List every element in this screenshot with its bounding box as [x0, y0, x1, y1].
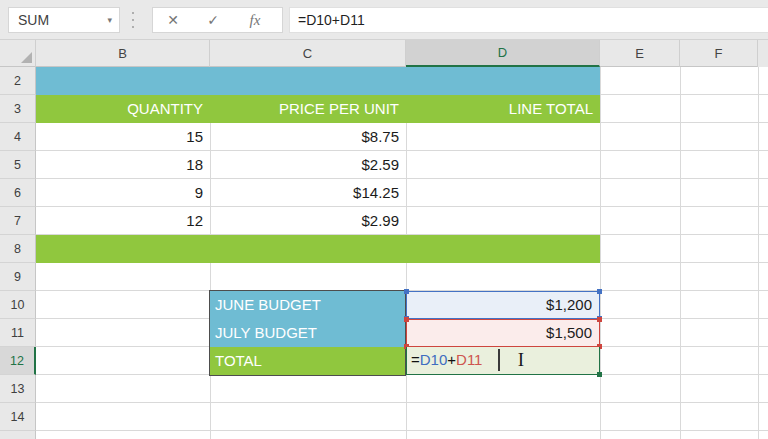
- formula-bar-separator-icon: [129, 9, 137, 31]
- row-header-14[interactable]: 14: [0, 403, 36, 431]
- enter-icon[interactable]: ✓: [193, 12, 233, 28]
- gridline: [36, 430, 768, 431]
- column-headers: B C D E F: [0, 40, 768, 67]
- cell-banner-row8[interactable]: [36, 235, 600, 263]
- formula-input[interactable]: =D10+D11: [289, 7, 768, 33]
- cell-c12-total-label[interactable]: TOTAL: [210, 347, 406, 375]
- select-all-button[interactable]: [0, 40, 36, 67]
- fill-handle-icon[interactable]: [597, 372, 602, 377]
- row-header-5[interactable]: 5: [0, 151, 36, 179]
- range-handle-icon: [597, 317, 602, 322]
- column-header-e[interactable]: E: [600, 40, 680, 67]
- row-header-7[interactable]: 7: [0, 207, 36, 235]
- cell-c10-june-budget-label[interactable]: JUNE BUDGET: [210, 291, 406, 319]
- cell-b3-quantity-header[interactable]: QUANTITY: [36, 95, 210, 123]
- insert-function-icon[interactable]: fx: [233, 12, 277, 29]
- range-handle-icon: [404, 317, 409, 322]
- cell-b6[interactable]: 9: [36, 179, 210, 207]
- row-header-8[interactable]: 8: [0, 235, 36, 263]
- cell-c6[interactable]: $14.25: [210, 179, 406, 207]
- row-header-15[interactable]: 15: [0, 431, 36, 439]
- select-all-triangle-icon: [21, 52, 32, 63]
- name-box[interactable]: SUM ▾: [8, 7, 120, 33]
- row-header-12[interactable]: 12: [0, 347, 36, 375]
- range-handle-icon: [404, 289, 409, 294]
- cell-b4[interactable]: 15: [36, 123, 210, 151]
- range-handle-icon: [597, 289, 602, 294]
- cell-header-row3[interactable]: QUANTITY PRICE PER UNIT LINE TOTAL: [36, 95, 600, 123]
- cancel-icon[interactable]: ✕: [153, 12, 193, 28]
- edit-caret: [498, 349, 500, 371]
- row-header-2[interactable]: 2: [0, 67, 36, 95]
- cell-d3-linetotal-header[interactable]: LINE TOTAL: [406, 95, 600, 123]
- cell-d12-formula-text: =D10+D11: [411, 347, 482, 373]
- formula-bar-buttons: ✕ ✓ fx: [152, 7, 283, 33]
- row-header-11[interactable]: 11: [0, 319, 36, 347]
- cell-d12-active-edit[interactable]: =D10+D11 I: [406, 347, 600, 375]
- gridline: [36, 402, 768, 403]
- cell-banner-row2[interactable]: [36, 67, 600, 95]
- cell-d10-text: $1,200: [546, 296, 592, 313]
- row-header-6[interactable]: 6: [0, 179, 36, 207]
- formula-input-value: =D10+D11: [290, 12, 365, 28]
- column-header-d[interactable]: D: [406, 40, 600, 67]
- cell-c4[interactable]: $8.75: [210, 123, 406, 151]
- cell-d11-text: $1,500: [546, 324, 592, 341]
- cell-b7[interactable]: 12: [36, 207, 210, 235]
- cell-d11-july-value[interactable]: $1,500: [406, 319, 600, 347]
- name-box-dropdown-icon[interactable]: ▾: [107, 15, 119, 25]
- cell-d10-june-value[interactable]: $1,200: [406, 291, 600, 319]
- cell-b5[interactable]: 18: [36, 151, 210, 179]
- cell-c5[interactable]: $2.59: [210, 151, 406, 179]
- worksheet-grid[interactable]: 2 3 4 5 6 7 8 9 10 11 12 13 14 15 QUANTI…: [0, 67, 768, 439]
- column-header-b[interactable]: B: [36, 40, 210, 67]
- cell-c3-price-header[interactable]: PRICE PER UNIT: [210, 95, 406, 123]
- cell-c7[interactable]: $2.99: [210, 207, 406, 235]
- row-header-3[interactable]: 3: [0, 95, 36, 123]
- name-box-value: SUM: [9, 12, 107, 28]
- row-header-13[interactable]: 13: [0, 375, 36, 403]
- row-header-9[interactable]: 9: [0, 263, 36, 291]
- excel-window: SUM ▾ ✕ ✓ fx =D10+D11 B C D E F: [0, 0, 768, 439]
- cell-c11-july-budget-label[interactable]: JULY BUDGET: [210, 319, 406, 347]
- column-header-f[interactable]: F: [680, 40, 758, 67]
- column-header-c[interactable]: C: [210, 40, 406, 67]
- text-cursor-icon: I: [509, 348, 533, 372]
- row-header-4[interactable]: 4: [0, 123, 36, 151]
- formula-bar: SUM ▾ ✕ ✓ fx =D10+D11: [0, 0, 768, 40]
- row-header-10[interactable]: 10: [0, 291, 36, 319]
